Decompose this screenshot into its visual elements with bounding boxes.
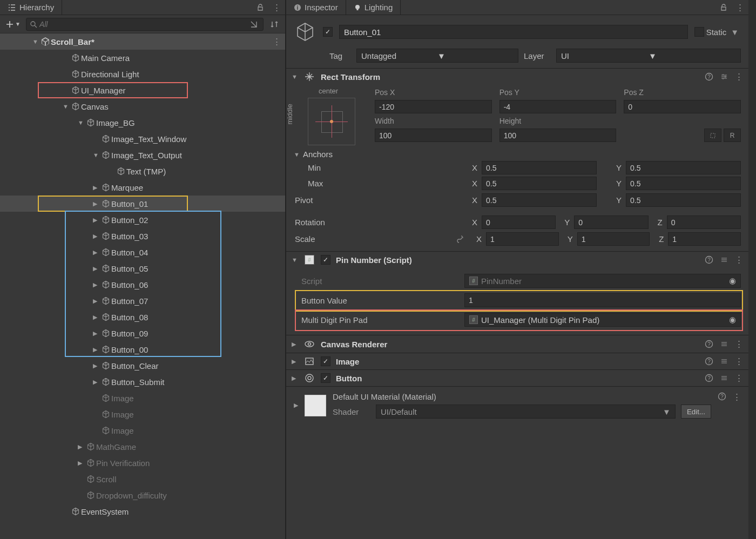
button-enabled-checkbox[interactable]: [321, 373, 330, 383]
sort-button[interactable]: [267, 20, 282, 29]
help-icon[interactable]: ?: [705, 357, 713, 366]
component-menu-icon[interactable]: ⋮: [735, 72, 743, 82]
tree-row[interactable]: ▶Button_01: [0, 196, 285, 212]
component-menu-icon[interactable]: ⋮: [733, 392, 741, 402]
tree-row[interactable]: ▶Button_00: [0, 341, 285, 358]
tree-row[interactable]: UI_Manager: [0, 82, 285, 98]
fold-arrow-icon[interactable]: ▶: [93, 362, 100, 369]
gameobject-name-input[interactable]: [339, 25, 688, 39]
scene-menu-icon[interactable]: ⋮: [273, 37, 281, 46]
posz-input[interactable]: [624, 100, 741, 113]
fold-right-icon[interactable]: ▶: [292, 375, 298, 382]
fold-right-icon[interactable]: ▶: [292, 341, 298, 348]
tree-row[interactable]: Dropdown_difficulty: [0, 487, 285, 503]
pivot-y-input[interactable]: [626, 193, 741, 207]
fold-right-icon[interactable]: ▶: [294, 402, 298, 409]
lighting-tab[interactable]: Lighting: [346, 0, 401, 15]
fold-arrow-icon[interactable]: ▶: [93, 379, 100, 386]
tree-row[interactable]: ▼Image_BG: [0, 114, 285, 131]
pivot-x-input[interactable]: [482, 193, 597, 207]
tree-row[interactable]: ▶Button_05: [0, 260, 285, 277]
object-picker-icon[interactable]: ◉: [729, 315, 736, 325]
image-header[interactable]: ▶ Image ? ⋮: [286, 353, 748, 369]
width-input[interactable]: [375, 129, 492, 142]
mdpp-value-box[interactable]: # UI_Manager (Multi Digit Pin Pad) ◉: [464, 313, 741, 327]
raw-edit-button[interactable]: R: [724, 129, 741, 142]
static-dropdown-icon[interactable]: ▼: [728, 28, 741, 37]
tree-row[interactable]: Image: [0, 422, 285, 439]
preset-icon[interactable]: [720, 357, 728, 366]
tree-row[interactable]: ▶MathGame: [0, 439, 285, 455]
tree-row[interactable]: Image: [0, 406, 285, 422]
hierarchy-search[interactable]: [26, 18, 264, 31]
help-icon[interactable]: ?: [705, 255, 713, 264]
anchor-preset-button[interactable]: [308, 98, 355, 145]
button-value-input[interactable]: [464, 293, 741, 307]
button-header[interactable]: ▶ Button ? ⋮: [286, 370, 748, 386]
help-icon[interactable]: ?: [705, 374, 713, 382]
tree-row[interactable]: ▶Button_08: [0, 309, 285, 325]
rot-z-input[interactable]: [667, 215, 741, 229]
hierarchy-search-input[interactable]: [39, 20, 248, 29]
anchor-max-y-input[interactable]: [626, 177, 741, 190]
fold-arrow-icon[interactable]: ▶: [93, 217, 100, 224]
anchor-min-y-input[interactable]: [626, 161, 741, 174]
scrollbar[interactable]: [748, 0, 756, 539]
tree-row[interactable]: EventSystem: [0, 503, 285, 520]
posy-input[interactable]: [500, 100, 617, 113]
fold-arrow-icon[interactable]: ▶: [93, 330, 100, 337]
search-swap-icon[interactable]: [248, 21, 260, 28]
pin-number-enabled-checkbox[interactable]: [321, 255, 330, 265]
fold-arrow-icon[interactable]: ▶: [93, 298, 100, 305]
preset-icon[interactable]: [720, 340, 728, 348]
fold-arrow-icon[interactable]: ▶: [93, 265, 100, 272]
canvas-renderer-header[interactable]: ▶ Canvas Renderer ? ⋮: [286, 335, 748, 353]
scale-x-input[interactable]: [486, 232, 559, 246]
component-menu-icon[interactable]: ⋮: [735, 255, 743, 265]
tree-row[interactable]: ▶Button_02: [0, 212, 285, 228]
fold-arrow-icon[interactable]: ▶: [93, 249, 100, 256]
fold-right-icon[interactable]: ▶: [292, 358, 298, 365]
help-icon[interactable]: ?: [705, 340, 713, 348]
tag-dropdown[interactable]: Untagged ▼: [356, 49, 518, 63]
pin-number-header[interactable]: ▼ # Pin Number (Script) ? ⋮: [286, 252, 748, 268]
scale-link-icon[interactable]: [456, 235, 468, 244]
inspector-lock-icon[interactable]: [716, 4, 732, 11]
edit-material-button[interactable]: Edit...: [681, 405, 711, 419]
tree-row[interactable]: ▶Button_03: [0, 228, 285, 244]
static-toggle[interactable]: Static ▼: [694, 27, 741, 37]
static-checkbox[interactable]: [694, 27, 704, 37]
tree-row[interactable]: Main Camera: [0, 50, 285, 66]
rot-y-input[interactable]: [574, 215, 648, 229]
hierarchy-menu-icon[interactable]: ⋮: [268, 3, 285, 12]
hierarchy-tab[interactable]: Hierarchy: [0, 0, 62, 15]
preset-icon[interactable]: [720, 374, 728, 382]
tree-row[interactable]: Scroll: [0, 471, 285, 487]
fold-arrow-icon[interactable]: ▼: [32, 38, 40, 45]
fold-arrow-icon[interactable]: ▶: [93, 184, 100, 191]
object-picker-icon[interactable]: ◉: [729, 276, 736, 286]
tree-row[interactable]: ▶Pin Verification: [0, 455, 285, 471]
tree-row[interactable]: ▶Button_Submit: [0, 374, 285, 390]
tree-row[interactable]: ▶Marquee: [0, 179, 285, 196]
gameobject-active-checkbox[interactable]: [323, 27, 333, 37]
blueprint-mode-button[interactable]: [704, 129, 721, 142]
posx-input[interactable]: [375, 100, 492, 113]
inspector-menu-icon[interactable]: ⋮: [732, 3, 748, 12]
tree-row[interactable]: ▶Button_Clear: [0, 358, 285, 374]
preset-icon[interactable]: [720, 255, 728, 264]
fold-arrow-icon[interactable]: ▼: [63, 103, 70, 110]
preset-icon[interactable]: [720, 72, 728, 81]
tree-row[interactable]: Image: [0, 390, 285, 406]
height-input[interactable]: [500, 129, 617, 142]
component-menu-icon[interactable]: ⋮: [735, 339, 743, 349]
gameobject-icon[interactable]: [294, 21, 316, 43]
tree-row[interactable]: Text (TMP): [0, 163, 285, 179]
fold-arrow-icon[interactable]: ▶: [93, 200, 100, 207]
scale-y-input[interactable]: [577, 232, 650, 246]
layer-dropdown[interactable]: UI ▼: [556, 49, 741, 63]
fold-arrow-icon[interactable]: ▶: [93, 233, 100, 240]
fold-down-icon[interactable]: ▼: [292, 73, 298, 80]
tree-row[interactable]: Directional Light: [0, 66, 285, 82]
fold-arrow-icon[interactable]: ▶: [93, 281, 100, 288]
